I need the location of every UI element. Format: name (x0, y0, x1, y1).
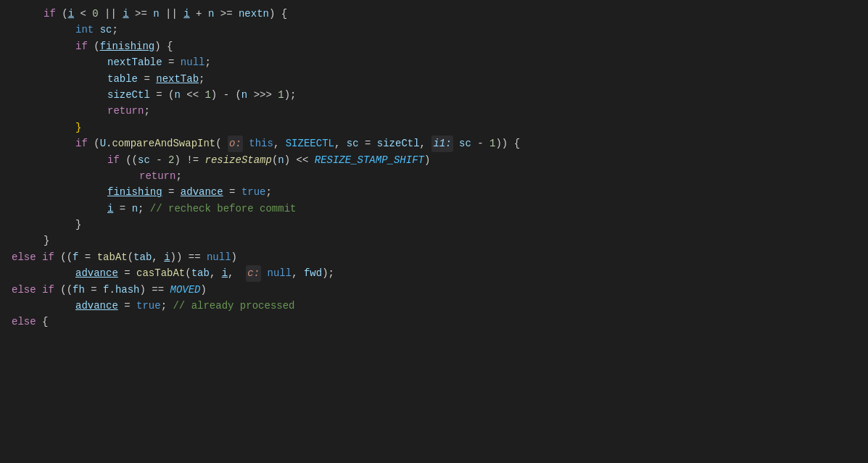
code-token: SIZEECTL (286, 135, 334, 151)
code-token: (( (54, 249, 73, 265)
code-token: hash (115, 282, 140, 298)
code-token: this (249, 135, 273, 151)
code-token: ; (161, 298, 173, 314)
code-token: ); (322, 265, 334, 281)
code-token: 1 (204, 87, 210, 103)
code-token: null (268, 265, 292, 281)
code-token: } (44, 233, 49, 249)
code-line: else if ((fh = f.hash) == MOVED) (0, 282, 868, 298)
code-token: sc (100, 22, 112, 38)
code-token (36, 249, 42, 265)
code-token: resizeStamp (204, 152, 271, 168)
code-token: i (123, 6, 128, 22)
code-token: >= (214, 6, 239, 22)
code-token: i (107, 201, 113, 217)
code-token: n (132, 201, 138, 217)
code-token: ( (88, 38, 100, 54)
code-token: finishing (107, 184, 162, 200)
code-token (94, 22, 99, 38)
code-token: , (152, 249, 164, 265)
code-token: true (136, 298, 161, 314)
code-token: null (181, 54, 205, 70)
code-token (453, 135, 459, 151)
code-token: << (181, 87, 205, 103)
code-token: (( (54, 282, 73, 298)
code-token: RESIZE_STAMP_SHIFT (315, 152, 424, 168)
code-token: int (75, 22, 94, 38)
code-token: ; (138, 201, 150, 217)
code-token: = (113, 201, 131, 217)
code-token: )) { (495, 135, 520, 151)
code-token: ; (204, 54, 210, 70)
code-token: ) - ( (211, 87, 241, 103)
code-token: 1 (278, 87, 284, 103)
code-token: ; (112, 22, 117, 38)
code-token: n (208, 6, 214, 22)
code-token: - (471, 135, 489, 151)
code-token: ; (199, 71, 204, 87)
code-token: + (190, 6, 208, 22)
code-token: , (228, 265, 246, 281)
code-token: ) { (154, 38, 173, 54)
code-token: i (164, 249, 170, 265)
code-token: i (68, 6, 74, 22)
code-token: finishing (100, 38, 155, 54)
code-token: ( (272, 152, 278, 168)
code-token: n (174, 87, 180, 103)
code-token: - (150, 152, 168, 168)
code-token: = (118, 298, 136, 314)
code-token: ( (88, 135, 100, 151)
code-token: = ( (150, 87, 175, 103)
code-token: tab (133, 249, 152, 265)
code-token: || (99, 6, 123, 22)
code-line: int sc; (0, 22, 868, 38)
code-token: fh (73, 282, 85, 298)
code-token: } (75, 120, 81, 135)
code-token: return (139, 168, 175, 184)
code-token: if (44, 6, 56, 22)
code-token: tab (191, 265, 210, 281)
code-token: ) == (140, 282, 170, 298)
code-token: if (75, 135, 88, 151)
code-line: } (0, 233, 868, 249)
code-line: finishing = advance = true; (0, 184, 868, 200)
code-token: >= (129, 6, 154, 22)
code-token: if (42, 249, 54, 265)
code-token: ( (185, 265, 191, 281)
code-token: ; (265, 184, 271, 200)
code-token: 1 (489, 135, 495, 151)
code-token: o: (228, 135, 243, 151)
code-token: )) == (170, 249, 207, 265)
code-token: sizeCtl (107, 87, 150, 103)
code-token: ) { (269, 6, 287, 22)
code-token: ); (284, 87, 297, 103)
code-token: = (78, 249, 96, 265)
code-token: (( (120, 152, 138, 168)
code-token: i1: (431, 135, 452, 151)
code-token: n (153, 6, 159, 22)
code-line: sizeCtl = (n << 1) - (n >>> 1); (0, 87, 868, 103)
code-token (243, 135, 249, 151)
code-token: ) (231, 249, 237, 265)
code-token: i (183, 6, 189, 22)
code-token: , (334, 135, 347, 151)
code-token: , (420, 135, 432, 151)
code-token: // already processed (173, 298, 294, 314)
code-token: = (223, 184, 241, 200)
code-token: , (273, 135, 286, 151)
code-token: sizeCtl (377, 135, 420, 151)
code-line: } (0, 120, 868, 135)
code-token: >>> (247, 87, 278, 103)
code-token: , (292, 265, 304, 281)
code-token: = (162, 54, 181, 70)
code-token: sc (459, 135, 471, 151)
code-token: advance (181, 184, 223, 200)
code-token: ) != (174, 152, 204, 168)
code-line: else if ((f = tabAt(tab, i)) == null) (0, 249, 868, 265)
code-token: casTabAt (136, 265, 185, 281)
code-token: MOVED (170, 282, 201, 298)
code-token: return (107, 103, 144, 119)
code-token: nextTable (107, 54, 162, 70)
code-token: sc (347, 135, 359, 151)
code-token: U (100, 135, 106, 151)
